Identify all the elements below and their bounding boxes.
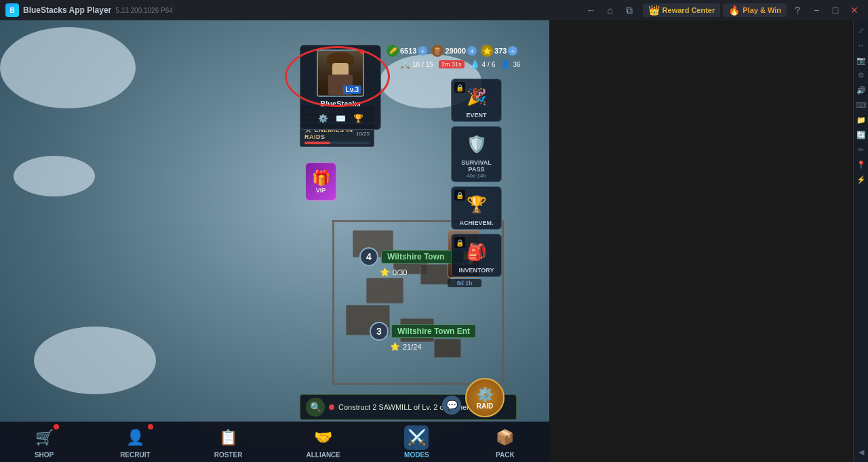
add-food-button[interactable]: +	[418, 46, 427, 56]
volume-button[interactable]: 🔊	[855, 84, 867, 96]
screenshot-button[interactable]: 📷	[855, 54, 867, 66]
reward-center-label: Reward Center	[663, 6, 715, 14]
app-title: BlueStacks App Player	[23, 5, 111, 15]
troops-max: 15	[426, 61, 433, 68]
town-number: 4	[359, 247, 378, 266]
notification-indicator	[359, 49, 364, 54]
inventory-lock-icon: 🔒	[454, 237, 465, 248]
food-resource: 🌽 6513 +	[387, 45, 427, 57]
raids-bar-bg	[304, 142, 370, 144]
game-area[interactable]: 🌽 6513 + 🪵 29000 + ⭐ 373 + ⚔️ 18/15 2m 3…	[0, 20, 549, 462]
roster-button[interactable]: 📋 ROSTER	[209, 423, 248, 461]
settings-button[interactable]: ⚙	[855, 69, 867, 81]
add-gold-button[interactable]: +	[508, 46, 517, 56]
titlebar-right: 👑 Reward Center 🔥 Play & Win ? − □ ✕	[643, 2, 868, 18]
raid-label: RAID	[477, 402, 493, 410]
titlebar-left: B BlueStacks App Player 5.13.200.1026 P6…	[0, 3, 578, 17]
gold-value: 373	[494, 47, 507, 55]
event-button[interactable]: 🔒 🎉 EVENT	[451, 79, 502, 122]
help-button[interactable]: ?	[789, 2, 806, 18]
alliance-button[interactable]: 🤝 ALLIANCE	[300, 423, 346, 461]
refresh-button[interactable]: 🔄	[855, 129, 867, 141]
arrow-left-button[interactable]: ◀	[855, 446, 867, 458]
star-icon: ⭐	[380, 268, 390, 277]
event-label: EVENT	[466, 112, 486, 119]
resources-hud: 🌽 6513 + 🪵 29000 + ⭐ 373 +	[387, 45, 517, 57]
pack-icon: 📦	[493, 425, 517, 450]
population-value: 36	[513, 61, 520, 68]
shop-icon: 🛒	[32, 425, 56, 450]
chat-button[interactable]: 💬	[442, 396, 461, 415]
town-3-marker[interactable]: 3 Wiltshire Town Ent ⭐ 21/24	[370, 322, 476, 352]
keyboard-button[interactable]: ⌨	[855, 99, 867, 111]
player-avatar[interactable]: Lv.3	[317, 49, 364, 97]
trophy-icon[interactable]: 🏆	[351, 112, 365, 125]
vip-button[interactable]: 🎁 VIP	[305, 163, 338, 202]
location-button[interactable]: 📍	[855, 159, 867, 171]
warrior-timer: 6d 1h	[448, 279, 481, 287]
food-value: 6513	[400, 47, 416, 55]
inventory-label: INVENTORY	[458, 267, 494, 274]
edit-button[interactable]: ✏	[855, 144, 867, 156]
shop-button[interactable]: 🛒 SHOP	[26, 423, 62, 461]
bluestacks-right-panel: ⤢ ↔ 📷 ⚙ 🔊 ⌨ 📁 🔄 ✏ 📍 ⚡ ◀	[853, 20, 868, 462]
survival-pass-button[interactable]: 🛡️ SURVIVAL PASS 40d 14h	[451, 126, 502, 182]
player-name: BlueStacks	[304, 100, 376, 108]
back-button[interactable]: ←	[583, 2, 599, 18]
pack-label: PACK	[496, 451, 515, 459]
inventory-icon: 🎒	[462, 237, 492, 267]
expand-button[interactable]: ⤢	[855, 24, 867, 37]
bottom-bar: 🛒 SHOP 👤 RECRUIT 📋 ROSTER 🤝 ALLIANCE ⚔️ …	[0, 421, 549, 462]
guide-icon: 🔍	[306, 398, 325, 417]
population-stat: 👤 36	[500, 60, 520, 69]
alliance-icon: 🤝	[311, 425, 336, 450]
recruit-button[interactable]: 👤 RECRUIT	[115, 423, 155, 461]
play-win-label: Play & Win	[743, 6, 781, 14]
reward-center-button[interactable]: 👑 Reward Center	[643, 3, 721, 17]
event-icon: 🎉	[462, 82, 492, 112]
titlebar-nav: ← ⌂ ⧉	[578, 2, 643, 18]
troops-icon: ⚔️	[400, 60, 410, 69]
titlebar: B BlueStacks App Player 5.13.200.1026 P6…	[0, 0, 868, 20]
roster-icon: 📋	[216, 425, 241, 450]
town-badge: 4 Wiltshire Town →	[359, 247, 464, 266]
multi-button[interactable]: ⧉	[621, 2, 637, 18]
add-wood-button[interactable]: +	[467, 46, 477, 56]
gold-resource: ⭐ 373 +	[481, 45, 517, 57]
survival-timer: 40d 14h	[467, 173, 486, 179]
home-button[interactable]: ⌂	[602, 2, 618, 18]
inventory-button[interactable]: 🔒 🎒 INVENTORY	[451, 234, 502, 277]
raids-bar-fill	[304, 142, 330, 144]
town-3-number: 3	[370, 322, 389, 341]
town-stars: ⭐ 0/30	[380, 268, 407, 277]
survival-label: SURVIVAL PASS	[454, 159, 498, 173]
files-button[interactable]: 📁	[855, 114, 867, 126]
secondary-hud: ⚔️ 18/15 2m 31s 💧 4/6 👤 36	[400, 60, 521, 69]
achievement-button[interactable]: 🔒 🏆 ACHIEVEM.	[451, 186, 502, 230]
troops-stat: ⚔️ 18/15	[400, 60, 433, 69]
minimize-button[interactable]: −	[808, 2, 825, 18]
wood-icon: 🪵	[431, 45, 443, 57]
settings-icon[interactable]: ⚙️	[316, 112, 330, 125]
star-3-icon: ⭐	[390, 342, 400, 352]
raids-count: 10/25	[356, 131, 370, 137]
pack-button[interactable]: 📦 PACK	[488, 423, 523, 461]
modes-button[interactable]: ⚔️ MODES	[399, 423, 435, 461]
resize-button[interactable]: ↔	[855, 39, 867, 51]
alliance-label: ALLIANCE	[306, 451, 340, 459]
wall	[332, 220, 334, 383]
app-logo: B	[5, 3, 19, 17]
play-win-button[interactable]: 🔥 Play & Win	[723, 3, 787, 17]
building	[366, 278, 403, 303]
close-button[interactable]: ✕	[846, 2, 863, 18]
mail-icon[interactable]: ✉️	[334, 112, 347, 125]
stamina-max: 6	[492, 61, 496, 68]
population-icon: 👤	[500, 60, 511, 69]
raid-button[interactable]: ⚙️ RAID	[465, 378, 506, 419]
maximize-button[interactable]: □	[827, 2, 844, 18]
player-profile-popup[interactable]: Lv.3 BlueStacks ⚙️ ✉️ 🏆	[300, 45, 381, 130]
power-button[interactable]: ⚡	[855, 173, 867, 186]
gold-icon: ⭐	[481, 45, 493, 57]
star-3-count: 21/24	[403, 343, 422, 351]
town-4-marker[interactable]: 4 Wiltshire Town → ⭐ 0/30	[359, 247, 464, 277]
